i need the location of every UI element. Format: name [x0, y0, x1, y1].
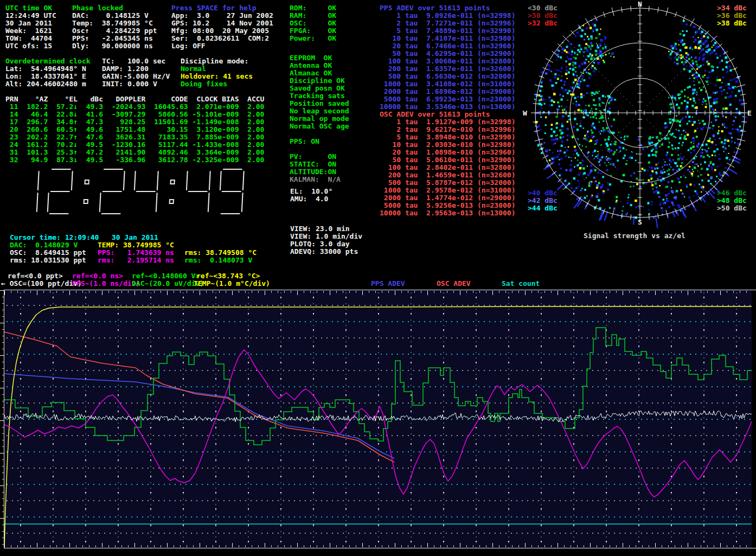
cursor-rms-pps: rms: 2.195714 ns: [98, 257, 174, 264]
pps-adev-row: 10000 tau 3.5346e-013 (n=13000): [380, 103, 515, 111]
receiver-status-line: Almanac OK: [290, 69, 349, 77]
utc-info-line: TOW: 44704: [5, 35, 56, 42]
pps-adev-row: 2 tau 7.7271e-011 (n=32996): [380, 20, 515, 27]
plot-area[interactable]: [4, 290, 752, 548]
dbc-legend-entry: >38 dBc: [717, 20, 747, 27]
osc-adev-row: 2000 tau 1.4774e-012 (n=29000): [380, 194, 515, 202]
phase-readout-line: Dly: 90.000000 ns: [72, 42, 157, 50]
compass-w: W: [523, 109, 527, 117]
cursor-temp: TEMP: 38.749985 °C: [98, 241, 174, 249]
view-setting-line: ADEVQ: 33000 pts: [290, 248, 362, 255]
utc-info-line: 30 Jan 2011: [5, 20, 56, 27]
sat-table: 11 182.2 57.2↓ 49.3 -2024.93 16045.63 2.…: [5, 103, 264, 164]
pps-adev-row: 5000 tau 6.9923e-013 (n=23000): [380, 95, 515, 103]
osc-adev-row: 5 tau 3.8948e-010 (n=32990): [380, 133, 515, 141]
dbc-legend-entry: >46 dBc: [717, 189, 747, 197]
discipline-mode-title: Discipline mode:: [181, 57, 248, 65]
pps-adev-table: 1 tau 9.0926e-011 (n=32998) 2 tau 7.7271…: [380, 12, 515, 111]
osc-adev-row: 2 tau 9.6217e-010 (n=32996): [380, 126, 515, 133]
fix-mode-line: ALTITUDE:ON: [290, 168, 341, 176]
fix-mode-list: PV: ONSTATIC: ONALTITUDE:ONKALMAN: N/A: [290, 153, 341, 183]
pps-adev-row: 2000 tau 1.6896e-012 (n=29000): [380, 88, 515, 95]
dbc-legend-entry: >30 dBc: [528, 12, 558, 20]
self-test-line: FPGA: OK: [290, 27, 336, 35]
compass-n: N: [638, 0, 642, 8]
sat-count-plot-label: Sat count: [502, 280, 540, 287]
osc-ref-label: ref=<0.0 ppt>: [8, 272, 63, 280]
view-settings-list: VIEW: 23.0 minVIEW: 1.0 min/divPLOTQ: 3.…: [290, 225, 362, 255]
osc-adev-row: 20 tau 1.0898e-010 (n=32960): [380, 149, 515, 156]
cursor-time: Cursor time: 12:09:40 30 Jan 2011: [10, 234, 158, 241]
loop-param-line: TC: 100.0 sec: [102, 57, 170, 65]
osc-adev-title: OSC ADEV over 51613 points: [380, 111, 490, 118]
dbc-legend-entry: >50 dBc: [717, 204, 747, 212]
sat-table-row: 24 161.2 70.2↓ 49.5 -1230.16 5117.44 -1.…: [5, 141, 264, 149]
sat-table-row: 23 202.2 22.7↑ 47.6 3626.31 7183.35 7.88…: [5, 133, 264, 141]
dbc-legend-entry: <30 dBc: [528, 4, 558, 12]
lady-heather-gpsdo-screen: UTC time OK 12:24:49 UTC30 Jan 2011Week:…: [0, 0, 756, 556]
pps-adev-plot-label: PPS ADEV: [371, 280, 405, 287]
pps-adev-row: 50 tau 4.6295e-011 (n=32900): [380, 50, 515, 57]
version-info-line: GPS: 10.2 14 Nov 2001: [171, 20, 273, 27]
view-setting-line: PLOTQ: 3.0 day: [290, 240, 362, 248]
osc-adev-row: 100 tau 2.8402e-011 (n=32800): [380, 164, 515, 171]
discipline-mode-line: Normal: [181, 65, 253, 73]
cursor-rms-osc: rms: 18.031530 ppt: [10, 257, 86, 264]
polar-caption: Signal strength vs az/el: [584, 232, 685, 240]
temp-scale-label: TEMP~(1.0 m°C/div): [194, 280, 270, 287]
pps-state: PPS: ON: [290, 138, 319, 145]
dbc-legend-entry: >42 dBc: [528, 197, 558, 204]
osc-adev-row: 200 tau 1.4659e-011 (n=32600): [380, 171, 515, 179]
osc-adev-plot-label: OSC ADEV: [437, 280, 471, 287]
receiver-status-line: EEPROM OK: [290, 54, 349, 62]
osc-adev-row: 5000 tau 5.9256e-013 (n=23000): [380, 202, 515, 209]
pps-scale-label: PPS~(1.0 ns/div): [72, 280, 140, 287]
view-setting-line: VIEW: 1.0 min/div: [290, 233, 362, 240]
sat-table-header: PRN °AZ °EL dBc DOPPLER CODE CLOCK BIAS …: [5, 95, 264, 103]
dbc-legend-entry: >48 dBc: [717, 197, 747, 204]
dbc-legend-top-left: <30 dBc>30 dBc>32 dBc: [528, 4, 558, 27]
utc-status-title: UTC time OK: [5, 4, 52, 12]
digital-clock: [12, 165, 272, 219]
dbc-legend-bottom-left: >40 dBc>42 dBc>44 dBc: [528, 189, 558, 212]
version-info-line: Ser: 0.82362611 COM:2: [171, 35, 273, 42]
receiver-status-line: Normal OSC age: [290, 123, 349, 130]
utc-info-line: UTC ofs: 15: [5, 42, 56, 50]
version-info-line: Log: OFF: [171, 42, 273, 50]
self-test-line: RAM: OK: [290, 12, 336, 20]
fix-mode-line: KALMAN: N/A: [290, 176, 341, 183]
dbc-legend-bottom-right: >46 dBc>48 dBc>50 dBc: [717, 189, 747, 212]
dbc-legend-entry: >34 dBc: [717, 4, 747, 12]
phase-readout-line: Temp: 38.749985 °C: [72, 20, 157, 27]
self-test-line: Power: OK: [290, 35, 336, 42]
utc-info-line: Week: 1621: [5, 27, 56, 35]
phase-status-title: Phase locked: [72, 4, 123, 12]
sat-table-row: 17 296.7 34.8↑ 47.3 928.25 11501.69 -1.1…: [5, 118, 264, 126]
elevation-mask: EL: 10.0°: [290, 188, 332, 195]
plot-ticks-left-major: [0, 290, 4, 548]
pps-adev-row: 20 tau 6.7466e-011 (n=32960): [380, 42, 515, 50]
discipline-mode-list: NormalHoldover: 41 secsDoing fixes: [181, 65, 253, 88]
loop-param-line: INIT: 0.000 V: [102, 80, 170, 88]
sat-table-row: 14 46.4 22.8↓ 41.6 -3097.29 5860.56 -5.1…: [5, 111, 264, 118]
pps-adev-title: PPS ADEV over 51613 points: [380, 4, 490, 12]
phase-readout-line: DAC: 0.148125 V: [72, 12, 157, 20]
self-test-line: OSC: OK: [290, 20, 336, 27]
position-line: Lat: 54.4964948° N: [5, 65, 86, 73]
utc-info-list: 12:24:49 UTC30 Jan 2011Week: 1621TOW: 44…: [5, 12, 56, 50]
version-info-line: Mfg: 08:00 20 May 2005: [171, 27, 273, 35]
self-test-line: ROM: OK: [290, 4, 336, 12]
view-setting-line: VIEW: 23.0 min: [290, 225, 362, 233]
receiver-status-line: No leap second: [290, 107, 349, 115]
temp-ref-label: ref~<38.743 °C>: [196, 272, 260, 280]
sat-table-row: 20 260.6 60.5↑ 49.6 1751.48 30.15 3.120e…: [5, 126, 264, 133]
pps-adev-row: 5 tau 7.4889e-011 (n=32990): [380, 27, 515, 35]
phase-readout-line: PPS↑ -2.045345 ns: [72, 35, 157, 42]
position-list: Lat: 54.4964948° NLon: 18.4337841° EAlt:…: [5, 65, 86, 88]
version-info-line: App: 3.0 27 Jun 2002: [171, 12, 273, 20]
position-line: Alt: 204.46002480 m: [5, 80, 86, 88]
osc-adev-row: 10 tau 2.0303e-010 (n=32980): [380, 141, 515, 149]
cursor-rms-dac: rms: 0.148073 V: [184, 257, 252, 264]
receiver-status-line: Normal op mode: [290, 115, 349, 123]
dbc-legend-top-right: >34 dBc>36 dBc>38 dBc: [717, 4, 747, 27]
